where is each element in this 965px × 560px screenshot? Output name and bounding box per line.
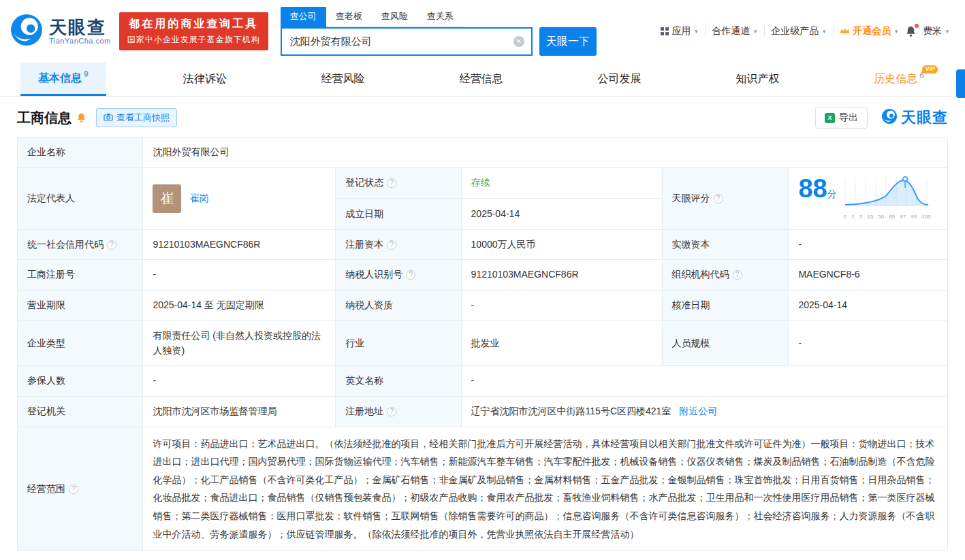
search-tab-company[interactable]: 查公司 — [281, 7, 326, 27]
table-row: 工商注册号 - 纳税人识别号? 91210103MAEGNCF86R 组织机构代… — [18, 260, 948, 291]
clear-search-icon[interactable]: ✕ — [513, 36, 524, 47]
brand-watermark-label: 天眼查 — [901, 108, 948, 128]
nav-apps[interactable]: 应用 ▼ — [661, 25, 699, 37]
table-row: 经营范围? 许可项目：药品进出口；艺术品进出口。（依法须经批准的项目，经相关部门… — [18, 427, 948, 551]
nav-vip-label: 开通会员 — [853, 25, 891, 37]
brand-watermark-icon — [881, 108, 898, 127]
help-icon[interactable]: ? — [69, 484, 78, 494]
tab-label: 基本信息 — [38, 71, 82, 86]
help-icon[interactable]: ? — [107, 240, 116, 250]
field-value-company-type: 有限责任公司 (非自然人投资或控股的法人独资) — [143, 320, 336, 365]
field-value-credit-code: 91210103MAEGNCF86R — [143, 229, 336, 260]
field-label-reg-number: 工商注册号 — [18, 260, 143, 291]
nav-vip-upgrade[interactable]: 开通会员 ▼ — [840, 25, 899, 37]
search-box: ✕ — [281, 27, 533, 56]
brand-logo[interactable]: 天眼查 TianYanCha.com — [10, 13, 111, 50]
chevron-down-icon: ▼ — [821, 29, 827, 35]
nearby-companies-link[interactable]: 附近公司 — [679, 406, 717, 416]
tab-operational-risk[interactable]: 经营风险 — [304, 63, 383, 96]
help-icon[interactable]: ? — [387, 240, 396, 250]
field-label-insured-count: 参保人数 — [18, 366, 143, 397]
field-value-business-term: 2025-04-14 至 无固定期限 — [143, 291, 336, 321]
tab-history-info[interactable]: 历史信息 6 VIP — [856, 63, 942, 96]
field-value-reg-status: 存续 — [461, 167, 662, 199]
nav-user[interactable]: 费米 ▼ — [923, 25, 950, 37]
tianyan-score-unit: 分 — [827, 188, 837, 199]
business-info-section-header: 工商信息 查看工商快照 X 导出 天眼查 — [17, 107, 948, 129]
snapshot-button[interactable]: 查看工商快照 — [96, 108, 177, 127]
table-row: 登记机关 沈阳市沈河区市场监督管理局 注册地址? 辽宁省沈阳市沈河区中街路115… — [18, 396, 948, 427]
brand-domain: TianYanCha.com — [49, 37, 111, 45]
nav-apps-label: 应用 — [671, 25, 691, 37]
side-panel-handle[interactable] — [956, 69, 965, 98]
field-label-credit-code: 统一社会信用代码? — [18, 229, 143, 260]
search-tab-boss[interactable]: 查老板 — [326, 7, 372, 26]
nav-enterprise-products[interactable]: 企业级产品 ▼ — [771, 25, 827, 37]
search-input[interactable] — [282, 36, 513, 48]
help-icon[interactable]: ? — [387, 178, 396, 188]
nav-enterprise-label: 企业级产品 — [771, 25, 819, 37]
field-value-reg-authority: 沈阳市沈河区市场监督管理局 — [143, 396, 336, 427]
top-navigation: 应用 ▼ 合作通道 ▼ 企业级产品 ▼ 开通会员 ▼ 费米 ▼ — [661, 25, 950, 37]
legal-rep-avatar[interactable]: 崔 — [153, 184, 181, 213]
table-row: 企业类型 有限责任公司 (非自然人投资或控股的法人独资) 行业 批发业 人员规模… — [18, 320, 948, 365]
score-curve-chart[interactable]: 0131550859799100 — [844, 176, 931, 222]
tab-legal-proceedings[interactable]: 法律诉讼 — [165, 63, 244, 96]
tab-basic-info[interactable]: 基本信息 9 — [20, 63, 106, 96]
tab-label: 法律诉讼 — [183, 72, 227, 86]
search-category-tabs: 查公司 查老板 查风险 查关系 — [281, 7, 463, 27]
nav-divider — [705, 27, 706, 36]
promo-banner[interactable]: 都在用的商业查询工具 国家中小企业发展子基金旗下机构 — [119, 12, 268, 50]
field-value-establish-date: 2025-04-14 — [461, 199, 662, 230]
search-tab-risk[interactable]: 查风险 — [372, 7, 417, 26]
field-value-staff-size: - — [789, 320, 948, 365]
help-icon[interactable]: ? — [733, 270, 742, 280]
field-label-taxpayer-quality: 纳税人资质 — [336, 291, 461, 321]
help-icon[interactable]: ? — [406, 270, 415, 280]
tab-label: 知识产权 — [735, 72, 779, 86]
search-submit-button[interactable]: 天眼一下 — [539, 27, 597, 56]
nav-divider — [833, 27, 834, 36]
nav-user-label: 费米 — [923, 25, 942, 37]
promo-line-2: 国家中小企业发展子基金旗下机构 — [127, 34, 260, 46]
tab-count: 9 — [84, 69, 89, 79]
field-label-paid-capital: 实缴资本 — [662, 229, 789, 260]
field-label-tianyan-score: 天眼评分? — [662, 167, 789, 229]
nav-partner-channel[interactable]: 合作通道 ▼ — [712, 25, 758, 37]
field-label-staff-size: 人员规模 — [662, 320, 789, 365]
field-label-reg-capital: 注册资本? — [336, 229, 461, 260]
help-icon[interactable]: ? — [387, 407, 396, 416]
excel-icon: X — [825, 113, 835, 123]
field-label-reg-authority: 登记机关 — [18, 396, 143, 427]
promo-line-1: 都在用的商业查询工具 — [127, 17, 260, 31]
table-row: 企业名称 沈阳外贸有限公司 — [18, 137, 948, 168]
field-label-industry: 行业 — [336, 320, 461, 365]
company-detail-tabs: 基本信息 9 法律诉讼 经营风险 经营信息 公司发展 知识产权 历史信息 6 V… — [0, 63, 965, 97]
section-title: 工商信息 — [17, 109, 72, 127]
status-badge: 存续 — [471, 177, 490, 188]
legal-rep-link[interactable]: 崔岗 — [189, 191, 208, 206]
field-label-company-type: 企业类型 — [18, 320, 143, 365]
notification-bell-icon[interactable] — [905, 25, 917, 37]
tab-company-development[interactable]: 公司发展 — [580, 63, 659, 96]
subscribe-bell-icon[interactable] — [76, 112, 86, 123]
tianyan-score-value[interactable]: 88 — [798, 174, 827, 203]
field-value-industry: 批发业 — [461, 320, 662, 365]
field-label-company-name: 企业名称 — [18, 137, 143, 168]
export-button[interactable]: X 导出 — [815, 107, 868, 129]
field-label-legal-rep: 法定代表人 — [18, 167, 143, 229]
field-value-english-name: - — [461, 366, 947, 397]
field-label-reg-status: 登记状态? — [336, 167, 461, 199]
field-value-paid-capital: - — [789, 229, 948, 260]
tab-intellectual-property[interactable]: 知识产权 — [718, 63, 797, 96]
crown-icon — [840, 26, 850, 37]
table-row: 参保人数 - 英文名称 - — [18, 366, 948, 397]
field-label-business-term: 营业期限 — [18, 291, 143, 321]
field-value-org-code: MAEGNCF8-6 — [789, 260, 948, 291]
tab-business-info[interactable]: 经营信息 — [442, 63, 521, 96]
camera-icon — [104, 113, 113, 123]
help-icon[interactable]: ? — [714, 194, 723, 203]
chevron-down-icon: ▼ — [693, 29, 699, 35]
search-tab-relation[interactable]: 查关系 — [417, 7, 463, 26]
chevron-down-icon: ▼ — [753, 29, 758, 35]
